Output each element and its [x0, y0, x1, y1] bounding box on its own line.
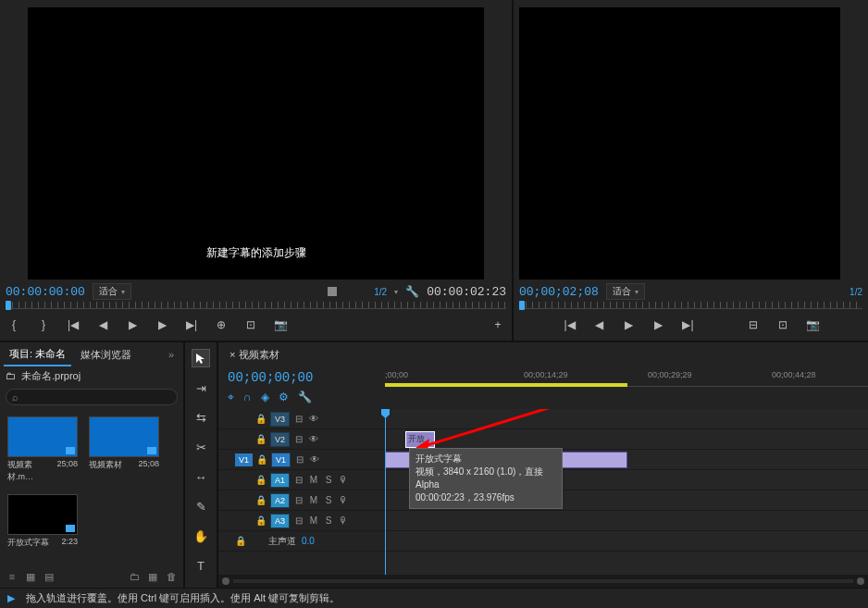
next-edit-button[interactable]: ▶| — [682, 318, 695, 331]
work-area-bar[interactable] — [385, 383, 627, 387]
track-target-a1[interactable]: A1 — [270, 473, 290, 488]
delete-button[interactable]: 🗑 — [165, 571, 178, 582]
selection-tool[interactable] — [192, 350, 209, 366]
source-resolution[interactable]: 1/2 — [374, 287, 387, 297]
voiceover-button[interactable]: 🎙 — [338, 475, 349, 485]
play-button[interactable]: ▶ — [126, 318, 139, 331]
prev-edit-button[interactable]: |◀ — [564, 318, 577, 331]
toggle-output-icon[interactable]: ⊟ — [293, 434, 304, 444]
insert-button[interactable]: ⊕ — [215, 318, 228, 331]
toggle-output-icon[interactable]: ⊟ — [293, 515, 304, 526]
program-video-area[interactable] — [519, 7, 840, 279]
export-frame-button[interactable]: 📷 — [806, 318, 819, 331]
new-item-button[interactable]: ▦ — [146, 571, 159, 583]
go-in-button[interactable]: |◀ — [67, 318, 80, 331]
mute-button[interactable]: M — [308, 515, 319, 526]
source-playhead[interactable] — [6, 301, 11, 310]
wrench-button[interactable]: 🔧 — [298, 391, 312, 403]
button-editor[interactable]: + — [491, 318, 504, 331]
lock-icon[interactable]: 🔒 — [255, 495, 267, 505]
search-input[interactable]: ⌕ — [6, 389, 178, 405]
toggle-output-icon[interactable]: ⊟ — [293, 414, 304, 424]
program-playhead[interactable] — [519, 301, 525, 310]
step-back-button[interactable]: ◀ — [96, 318, 109, 331]
snap-button[interactable]: ⌖ — [228, 391, 234, 403]
toggle-output-icon[interactable]: ⊟ — [294, 454, 305, 465]
program-zoom-select[interactable]: 适合▾ — [606, 283, 645, 300]
program-resolution[interactable]: 1/2 — [849, 287, 862, 297]
wrench-icon[interactable]: 🔧 — [405, 285, 419, 298]
clip-dragging[interactable]: 开放 — [405, 431, 435, 448]
mark-out-button[interactable]: } — [37, 318, 50, 331]
solo-button[interactable]: S — [323, 475, 334, 485]
source-ruler[interactable] — [0, 302, 512, 309]
safe-margins-button[interactable] — [328, 287, 337, 296]
lock-icon[interactable]: 🔒 — [235, 536, 246, 546]
hand-tool[interactable]: ✋ — [192, 527, 209, 544]
step-back-button[interactable]: ◀ — [593, 318, 606, 331]
tab-project[interactable]: 项目: 未命名 — [4, 343, 71, 366]
toggle-output-icon[interactable]: ⊟ — [293, 475, 304, 485]
track-target-a2[interactable]: A2 — [270, 493, 290, 508]
list-view-button[interactable]: ≡ — [6, 571, 19, 582]
voiceover-button[interactable]: 🎙 — [338, 515, 349, 526]
freeform-view-button[interactable]: ▤ — [43, 571, 56, 583]
marker-button[interactable]: ◈ — [261, 391, 269, 403]
eye-icon[interactable]: 👁 — [308, 414, 319, 424]
eye-icon[interactable]: 👁 — [308, 434, 319, 444]
source-video-area[interactable]: 新建字幕的添加步骤 — [28, 7, 484, 279]
solo-button[interactable]: S — [323, 515, 334, 526]
track-target-v2[interactable]: V2 — [270, 432, 290, 447]
new-bin-button[interactable]: 🗀 — [128, 571, 141, 582]
lock-icon[interactable]: 🔒 — [255, 434, 267, 444]
source-tc-in[interactable]: 00:00:00:00 — [6, 285, 85, 299]
timeline-playhead[interactable] — [385, 409, 386, 575]
mute-button[interactable]: M — [308, 475, 319, 485]
zoom-handle-left[interactable] — [222, 577, 229, 585]
source-patch-v1[interactable]: V1 — [235, 453, 253, 466]
timeline-zoom-scrollbar[interactable] — [218, 575, 868, 588]
export-frame-button[interactable]: 📷 — [274, 318, 287, 331]
lock-icon[interactable]: 🔒 — [255, 414, 267, 424]
go-out-button[interactable]: ▶| — [185, 318, 198, 331]
lock-icon[interactable]: 🔒 — [256, 454, 267, 465]
icon-view-button[interactable]: ▦ — [24, 571, 37, 583]
overwrite-button[interactable]: ⊡ — [244, 318, 257, 331]
toggle-output-icon[interactable]: ⊟ — [293, 495, 304, 505]
ripple-edit-tool[interactable]: ⇆ — [192, 409, 209, 426]
project-item[interactable]: 开放式字幕2:23 — [7, 494, 78, 549]
step-fwd-button[interactable]: ▶ — [652, 318, 665, 331]
tab-media-browser[interactable]: 媒体浏览器 — [75, 344, 137, 366]
track-select-tool[interactable]: ⇥ — [192, 379, 209, 396]
razor-tool[interactable]: ✂ — [192, 439, 209, 455]
step-fwd-button[interactable]: ▶ — [155, 318, 168, 331]
extract-button[interactable]: ⊡ — [776, 318, 789, 331]
linked-selection-button[interactable]: ∩ — [243, 391, 252, 403]
mute-button[interactable]: M — [308, 495, 319, 505]
pen-tool[interactable]: ✎ — [192, 498, 209, 515]
timeline-timecode[interactable]: 00;00;00;00 — [228, 370, 376, 385]
timeline-tracks[interactable]: 开放 开放式字幕 视频，3840 x 2160 (1.0)，直接 Alpha 0… — [385, 409, 868, 575]
program-ruler[interactable] — [514, 302, 868, 309]
lock-icon[interactable]: 🔒 — [255, 475, 267, 485]
track-target-a3[interactable]: A3 — [270, 514, 290, 528]
lift-button[interactable]: ⊟ — [747, 318, 760, 331]
timeline-ruler[interactable]: ;00;00 00;00;14;29 00;00;29;29 00;00;44;… — [385, 366, 868, 409]
settings-button[interactable]: ⚙ — [279, 391, 289, 403]
type-tool[interactable]: T — [192, 557, 209, 574]
panel-menu-button[interactable]: » — [163, 349, 180, 360]
track-target-v1[interactable]: V1 — [271, 453, 291, 467]
track-target-v3[interactable]: V3 — [270, 412, 290, 427]
play-button[interactable]: ▶ — [623, 318, 636, 331]
slip-tool[interactable]: ↔ — [192, 468, 209, 485]
source-tc-out[interactable]: 00:00:02:23 — [427, 285, 506, 299]
mark-in-button[interactable]: { — [7, 318, 20, 331]
eye-icon[interactable]: 👁 — [309, 454, 320, 465]
sequence-tab[interactable]: × 视频素材 — [224, 346, 285, 364]
source-zoom-select[interactable]: 适合▾ — [93, 283, 131, 300]
project-item[interactable]: 视频素材25;08 — [89, 416, 159, 483]
solo-button[interactable]: S — [323, 495, 334, 505]
project-item[interactable]: 视频素材.m…25;08 — [7, 416, 78, 483]
zoom-handle-right[interactable] — [857, 577, 864, 585]
voiceover-button[interactable]: 🎙 — [338, 495, 349, 505]
